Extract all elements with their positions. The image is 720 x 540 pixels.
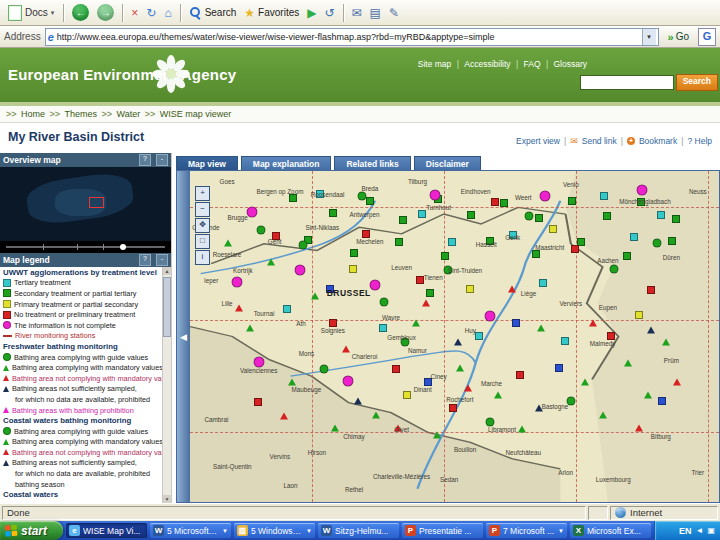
map-marker[interactable] <box>668 237 676 245</box>
map-marker[interactable] <box>644 392 652 399</box>
map-marker[interactable] <box>283 305 291 313</box>
network-icon[interactable]: ▣ <box>707 526 715 535</box>
overview-help-button[interactable]: ? <box>139 154 151 166</box>
legend-scrollbar[interactable]: ▲ ▼ <box>162 267 171 503</box>
map-marker[interactable] <box>500 199 508 207</box>
scroll-down-arrow[interactable]: ▼ <box>163 495 171 503</box>
map-marker[interactable] <box>518 425 526 432</box>
map-marker[interactable] <box>416 276 424 284</box>
send-link[interactable]: Send link <box>582 136 617 146</box>
map-marker[interactable] <box>448 238 456 246</box>
edit-button[interactable]: ✎ <box>386 6 402 20</box>
nav-link-site-map[interactable]: Site map <box>415 59 455 69</box>
overview-zoom-slider[interactable] <box>0 241 171 253</box>
map-marker[interactable] <box>532 250 540 258</box>
refresh-button[interactable]: ↻ <box>143 6 159 20</box>
map-marker[interactable] <box>603 212 611 220</box>
pan-left-arrow[interactable]: ◀ <box>180 332 187 342</box>
map-marker[interactable] <box>426 289 434 297</box>
map-marker[interactable] <box>449 404 457 412</box>
taskbar-task-button[interactable]: ▥5 Windows E...▼ <box>234 523 315 538</box>
map-marker[interactable] <box>539 191 550 202</box>
map-marker[interactable] <box>422 300 430 307</box>
go-button[interactable]: » Go <box>663 28 694 45</box>
map-marker[interactable] <box>369 280 380 291</box>
scroll-up-arrow[interactable]: ▲ <box>163 267 171 275</box>
map-marker[interactable] <box>392 365 400 373</box>
taskbar-task-button[interactable]: W5 Microsoft O...▼ <box>150 523 231 538</box>
map-marker[interactable] <box>403 391 411 399</box>
taskbar-task-button[interactable]: PPresentatie ... <box>402 523 483 538</box>
breadcrumb-item[interactable]: Home <box>19 109 47 119</box>
breadcrumb-item[interactable]: Themes <box>63 109 100 119</box>
map-marker[interactable] <box>224 240 232 247</box>
map-marker[interactable] <box>342 345 350 352</box>
map-marker[interactable] <box>343 376 354 387</box>
map-marker[interactable] <box>599 411 607 418</box>
history-button[interactable]: ↺ <box>321 6 337 20</box>
map-marker[interactable] <box>672 215 680 223</box>
map-marker[interactable] <box>467 211 475 219</box>
scroll-thumb[interactable] <box>163 277 171 337</box>
legend-collapse-button[interactable]: - <box>156 254 168 266</box>
map-marker[interactable] <box>647 326 655 333</box>
map-marker[interactable] <box>673 379 681 386</box>
site-search-input[interactable] <box>580 75 674 90</box>
taskbar-task-button[interactable]: WSitzg-Helmu... <box>318 523 399 538</box>
zoom-in-button[interactable]: + <box>195 186 210 201</box>
map-marker[interactable] <box>561 337 569 345</box>
taskbar-task-button[interactable]: eWISE Map Vi... <box>66 523 147 538</box>
stop-button[interactable]: × <box>128 6 141 20</box>
taskbar-task-button[interactable]: P7 Microsoft ...▼ <box>486 523 567 538</box>
breadcrumb-item[interactable]: WISE map viewer <box>158 109 234 119</box>
language-indicator[interactable]: EN <box>679 526 692 536</box>
legend-help-button[interactable]: ? <box>139 254 151 266</box>
expert-view-link[interactable]: Expert view <box>516 136 560 146</box>
map-marker[interactable] <box>331 424 339 431</box>
map-marker[interactable] <box>657 211 665 219</box>
map-marker[interactable] <box>456 365 464 372</box>
map-marker[interactable] <box>267 259 275 266</box>
breadcrumb-item[interactable]: Water <box>115 109 143 119</box>
map-marker[interactable] <box>508 285 516 292</box>
map-marker[interactable] <box>466 285 474 293</box>
map-marker[interactable] <box>418 210 426 218</box>
map-marker[interactable] <box>581 378 589 385</box>
map-marker[interactable] <box>535 214 543 222</box>
address-input[interactable]: e http://www.eea.europa.eu/themes/water/… <box>45 28 659 46</box>
map-marker[interactable] <box>294 264 305 275</box>
map-marker[interactable] <box>610 265 619 274</box>
nav-link-glossary[interactable]: Glossary <box>550 59 590 69</box>
map-marker[interactable] <box>539 279 547 287</box>
map-marker[interactable] <box>247 207 258 218</box>
pan-button[interactable]: ✥ <box>195 218 210 233</box>
map-marker[interactable] <box>235 305 243 312</box>
nav-link-faq[interactable]: FAQ <box>521 59 544 69</box>
map-marker[interactable] <box>549 225 557 233</box>
overview-collapse-button[interactable]: - <box>156 154 168 166</box>
home-button[interactable]: ⌂ <box>161 6 174 20</box>
map-marker[interactable] <box>568 197 576 205</box>
map-marker[interactable] <box>366 197 374 205</box>
map-marker[interactable] <box>379 324 387 332</box>
bookmark-link[interactable]: Bookmark <box>639 136 677 146</box>
search-button[interactable]: Search <box>186 5 240 20</box>
map-marker[interactable] <box>379 298 388 307</box>
slider-knob[interactable] <box>120 244 126 250</box>
media-button[interactable]: ▶ <box>304 6 319 20</box>
map-marker[interactable] <box>571 245 579 253</box>
map-marker[interactable] <box>658 397 666 405</box>
mail-button[interactable]: ✉ <box>349 6 365 20</box>
address-dropdown-button[interactable]: ▾ <box>642 29 656 45</box>
map-marker[interactable] <box>320 365 329 374</box>
map-marker[interactable] <box>329 209 337 217</box>
map-marker[interactable] <box>624 359 632 366</box>
map-marker[interactable] <box>516 371 524 379</box>
favorites-button[interactable]: ★Favorites <box>241 6 302 20</box>
map-marker[interactable] <box>354 398 362 405</box>
map-marker[interactable] <box>395 238 403 246</box>
map-marker[interactable] <box>475 332 483 340</box>
map-marker[interactable] <box>299 241 308 250</box>
map-marker[interactable] <box>399 216 407 224</box>
map-marker[interactable] <box>433 431 441 438</box>
